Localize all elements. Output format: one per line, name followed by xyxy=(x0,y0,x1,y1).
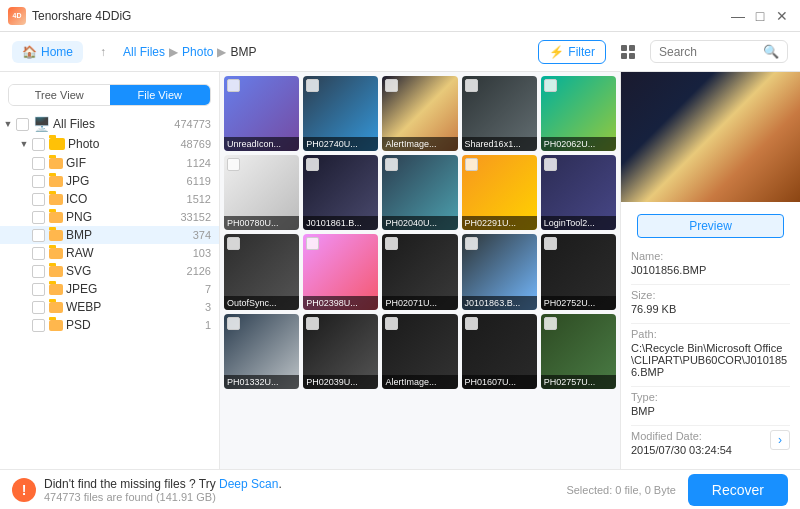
sidebar-item-photo[interactable]: ▼ Photo 48769 xyxy=(0,134,219,154)
breadcrumb-bmp[interactable]: BMP xyxy=(230,45,256,59)
size-label: Size: xyxy=(631,289,790,301)
image-checkbox[interactable] xyxy=(465,237,478,250)
recover-button[interactable]: Recover xyxy=(688,474,788,506)
image-item[interactable]: PH01332U... xyxy=(224,314,299,389)
sidebar-item-ico[interactable]: ICO 1512 xyxy=(0,190,219,208)
checkbox-ico[interactable] xyxy=(32,193,45,206)
ico-count: 1512 xyxy=(187,193,211,205)
image-checkbox[interactable] xyxy=(465,79,478,92)
sidebar-item-raw[interactable]: RAW 103 xyxy=(0,244,219,262)
file-view-button[interactable]: File View xyxy=(110,85,211,105)
image-item[interactable]: PH02740U... xyxy=(303,76,378,151)
photo-label: Photo xyxy=(68,137,176,151)
sidebar-item-gif[interactable]: GIF 1124 xyxy=(0,154,219,172)
checkbox-webp[interactable] xyxy=(32,301,45,314)
checkbox-svg[interactable] xyxy=(32,265,45,278)
expand-icon[interactable]: ▼ xyxy=(0,116,16,132)
breadcrumb-all-files[interactable]: All Files xyxy=(123,45,165,59)
image-item[interactable]: AlertImage... xyxy=(382,314,457,389)
image-label: AlertImage... xyxy=(382,375,457,389)
image-label: PH02740U... xyxy=(303,137,378,151)
image-item[interactable]: PH02757U... xyxy=(541,314,616,389)
image-checkbox[interactable] xyxy=(227,158,240,171)
image-item[interactable]: AlertImage... xyxy=(382,76,457,151)
breadcrumb-sep-1: ▶ xyxy=(169,45,178,59)
checkbox-gif[interactable] xyxy=(32,157,45,170)
checkbox-raw[interactable] xyxy=(32,247,45,260)
checkbox-photo[interactable] xyxy=(32,138,45,151)
image-item[interactable]: PH02291U... xyxy=(462,155,537,230)
image-label: LoginTool2... xyxy=(541,216,616,230)
grid-view-button[interactable] xyxy=(614,38,642,66)
image-checkbox[interactable] xyxy=(306,79,319,92)
sidebar-item-webp[interactable]: WEBP 3 xyxy=(0,298,219,316)
image-checkbox[interactable] xyxy=(544,317,557,330)
image-checkbox[interactable] xyxy=(544,79,557,92)
image-item[interactable]: Shared16x1... xyxy=(462,76,537,151)
image-item[interactable]: PH02039U... xyxy=(303,314,378,389)
checkbox-jpeg[interactable] xyxy=(32,283,45,296)
image-checkbox[interactable] xyxy=(465,158,478,171)
info-nav-next[interactable]: › xyxy=(770,430,790,450)
app-title: Tenorshare 4DDiG xyxy=(32,9,131,23)
checkbox-all-files[interactable] xyxy=(16,118,29,131)
checkbox-png[interactable] xyxy=(32,211,45,224)
sidebar-item-png[interactable]: PNG 33152 xyxy=(0,208,219,226)
image-item[interactable]: PH02062U... xyxy=(541,76,616,151)
image-item[interactable]: UnreadIcon... xyxy=(224,76,299,151)
image-checkbox[interactable] xyxy=(227,317,240,330)
home-button[interactable]: 🏠 Home xyxy=(12,41,83,63)
maximize-button[interactable]: □ xyxy=(750,6,770,26)
image-checkbox[interactable] xyxy=(544,237,557,250)
tree-view-button[interactable]: Tree View xyxy=(9,85,110,105)
image-item[interactable]: PH02398U... xyxy=(303,234,378,309)
preview-button[interactable]: Preview xyxy=(637,214,784,238)
sidebar-item-all-files[interactable]: ▼ 🖥️ All Files 474773 xyxy=(0,114,219,134)
breadcrumb-sep-2: ▶ xyxy=(217,45,226,59)
image-checkbox[interactable] xyxy=(385,237,398,250)
image-checkbox[interactable] xyxy=(306,237,319,250)
search-icon[interactable]: 🔍 xyxy=(763,44,779,59)
deep-scan-link[interactable]: Deep Scan xyxy=(219,477,278,491)
image-item[interactable]: PH02040U... xyxy=(382,155,457,230)
sidebar-item-psd[interactable]: PSD 1 xyxy=(0,316,219,334)
folder-icon xyxy=(49,266,63,277)
checkbox-bmp[interactable] xyxy=(32,229,45,242)
sidebar-item-svg[interactable]: SVG 2126 xyxy=(0,262,219,280)
back-button[interactable]: ↑ xyxy=(91,40,115,64)
image-checkbox[interactable] xyxy=(385,79,398,92)
checkbox-jpg[interactable] xyxy=(32,175,45,188)
image-item[interactable]: OutofSync... xyxy=(224,234,299,309)
image-checkbox[interactable] xyxy=(306,158,319,171)
image-item[interactable]: PH01607U... xyxy=(462,314,537,389)
breadcrumb-photo[interactable]: Photo xyxy=(182,45,213,59)
raw-label: RAW xyxy=(66,246,189,260)
image-checkbox[interactable] xyxy=(385,317,398,330)
png-label: PNG xyxy=(66,210,176,224)
minimize-button[interactable]: — xyxy=(728,6,748,26)
image-checkbox[interactable] xyxy=(306,317,319,330)
image-item[interactable]: PH00780U... xyxy=(224,155,299,230)
name-row: Name: J0101856.BMP xyxy=(631,250,790,276)
filter-button[interactable]: ⚡ Filter xyxy=(538,40,606,64)
sidebar-item-jpeg[interactable]: JPEG 7 xyxy=(0,280,219,298)
image-item[interactable]: PH02071U... xyxy=(382,234,457,309)
image-item[interactable]: J0101861.B... xyxy=(303,155,378,230)
content-area: UnreadIcon... PH02740U... AlertImage... … xyxy=(220,72,620,469)
search-input[interactable] xyxy=(659,45,759,59)
checkbox-psd[interactable] xyxy=(32,319,45,332)
image-checkbox[interactable] xyxy=(465,317,478,330)
image-checkbox[interactable] xyxy=(544,158,557,171)
close-button[interactable]: ✕ xyxy=(772,6,792,26)
image-item[interactable]: PH02752U... xyxy=(541,234,616,309)
image-checkbox[interactable] xyxy=(385,158,398,171)
sidebar-item-jpg[interactable]: JPG 6119 xyxy=(0,172,219,190)
psd-count: 1 xyxy=(205,319,211,331)
folder-icon xyxy=(49,320,63,331)
image-item[interactable]: J0101863.B... xyxy=(462,234,537,309)
image-checkbox[interactable] xyxy=(227,237,240,250)
expand-icon[interactable]: ▼ xyxy=(16,136,32,152)
sidebar-item-bmp[interactable]: BMP 374 xyxy=(0,226,219,244)
image-item[interactable]: LoginTool2... xyxy=(541,155,616,230)
image-checkbox[interactable] xyxy=(227,79,240,92)
